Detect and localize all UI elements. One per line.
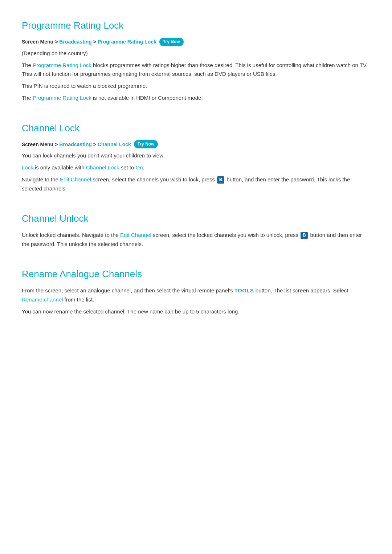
link-channel-lock-2[interactable]: Channel Lock xyxy=(86,164,119,171)
try-now-badge-1[interactable]: Try Now xyxy=(159,38,184,46)
section-rename-analogue-channels: Rename Analogue Channels From the screen… xyxy=(22,263,370,316)
body-rename-analogue-description: From the screen, select an analogue chan… xyxy=(22,286,370,304)
link-edit-channel-1[interactable]: Edit Channel xyxy=(60,176,91,182)
body-rename-new-name: You can now rename the selected channel.… xyxy=(22,307,370,316)
b-button-2: B xyxy=(301,232,308,239)
breadcrumb-sep4: > xyxy=(93,140,96,148)
breadcrumb-link-channel-lock[interactable]: Channel Lock xyxy=(98,140,131,148)
page-content: Programme Rating Lock Screen Menu > Broa… xyxy=(22,15,370,316)
try-now-badge-2[interactable]: Try Now xyxy=(134,140,158,148)
breadcrumb-prefix: Screen Menu xyxy=(22,38,53,46)
body-channel-unlock-description: Unlock locked channels. Navigate to the … xyxy=(22,231,370,249)
body-lock-availability: Lock is only available with Channel Lock… xyxy=(22,163,370,172)
link-tools[interactable]: TOOLS xyxy=(234,287,254,294)
body-channel-lock-children: You can lock channels you don't want you… xyxy=(22,151,370,160)
section-title-channel-lock: Channel Lock xyxy=(22,117,370,136)
section-title-channel-unlock: Channel Unlock xyxy=(22,208,370,226)
link-programme-rating-lock-2[interactable]: Programme Rating Lock xyxy=(33,95,91,101)
link-rename-channel[interactable]: Rename channel xyxy=(22,296,63,303)
link-lock[interactable]: Lock xyxy=(22,164,33,171)
section-programme-rating-lock: Programme Rating Lock Screen Menu > Broa… xyxy=(22,15,370,103)
breadcrumb-link-broadcasting-1[interactable]: Broadcasting xyxy=(59,38,91,46)
breadcrumb-link-programme-rating-lock[interactable]: Programme Rating Lock xyxy=(98,38,156,46)
body-programme-rating-description: The Programme Rating Lock blocks program… xyxy=(22,61,370,79)
section-channel-unlock: Channel Unlock Unlock locked channels. N… xyxy=(22,208,370,249)
link-programme-rating-lock-1[interactable]: Programme Rating Lock xyxy=(33,62,91,68)
body-channel-lock-navigate: Navigate to the Edit Channel screen, sel… xyxy=(22,175,370,193)
breadcrumb-sep3: > xyxy=(55,140,58,148)
body-depending-on-country: (Depending on the country) xyxy=(22,49,370,58)
breadcrumb-channel-lock: Screen Menu > Broadcasting > Channel Loc… xyxy=(22,140,370,148)
breadcrumb-sep2: > xyxy=(93,38,96,46)
b-button-1: B xyxy=(217,176,224,184)
section-title-rename-analogue-channels: Rename Analogue Channels xyxy=(22,263,370,282)
section-channel-lock: Channel Lock Screen Menu > Broadcasting … xyxy=(22,117,370,193)
body-not-available-hdmi: The Programme Rating Lock is not availab… xyxy=(22,94,370,103)
breadcrumb-link-broadcasting-2[interactable]: Broadcasting xyxy=(59,140,91,148)
breadcrumb-prefix-2: Screen Menu xyxy=(22,140,53,148)
breadcrumb-sep1: > xyxy=(55,38,58,46)
link-edit-channel-2[interactable]: Edit Channel xyxy=(120,232,151,238)
section-title-programme-rating-lock: Programme Rating Lock xyxy=(22,15,370,33)
breadcrumb-programme-rating-lock: Screen Menu > Broadcasting > Programme R… xyxy=(22,38,370,46)
link-on[interactable]: On xyxy=(136,164,143,171)
body-pin-required: This PIN is required to watch a blocked … xyxy=(22,82,370,91)
